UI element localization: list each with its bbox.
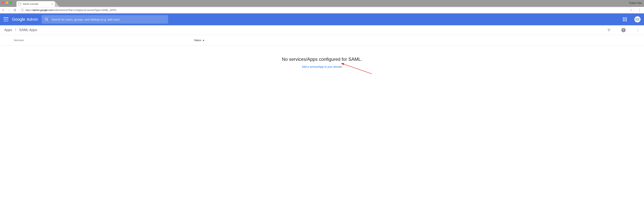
empty-state: No services/Apps configured for SAML. Ad…: [0, 46, 644, 76]
tab-favicon-icon: [18, 3, 21, 5]
account-avatar[interactable]: [634, 16, 640, 23]
search-icon: [45, 18, 48, 21]
svg-rect-3: [608, 29, 610, 29]
more-options-icon[interactable]: ⋮: [636, 28, 640, 33]
breadcrumb-current: SAML Apps: [19, 28, 37, 32]
search-input[interactable]: [52, 18, 165, 21]
help-icon[interactable]: ?: [622, 28, 626, 32]
svg-rect-4: [608, 30, 610, 30]
main-menu-button[interactable]: [4, 18, 8, 21]
filter-icon[interactable]: [607, 28, 611, 32]
nav-forward-button[interactable]: [7, 9, 11, 12]
google-logo-text: Google: [12, 17, 25, 22]
bookmark-star-icon[interactable]: ☆: [630, 8, 632, 12]
column-services[interactable]: Services: [14, 39, 194, 42]
tab-shadow: [55, 1, 60, 7]
annotation-arrow-icon: [341, 62, 374, 76]
browser-menu-button[interactable]: ⋮: [637, 8, 642, 12]
browser-tab[interactable]: Admin console ×: [16, 1, 55, 7]
chevron-right-icon: [15, 28, 16, 32]
breadcrumb-bar: Apps SAML Apps ? ⋮: [0, 25, 644, 35]
column-status[interactable]: Status ▲: [194, 39, 204, 42]
window-controls: [2, 2, 12, 4]
product-logo[interactable]: Google Admin: [12, 17, 38, 22]
add-service-link[interactable]: Add a service/App to your domain: [302, 65, 342, 68]
window-minimize-dot[interactable]: [6, 2, 8, 4]
address-bar[interactable]: i https://admin.google.com/AdminHome?fra…: [19, 8, 634, 13]
nav-reload-button[interactable]: [13, 9, 16, 12]
breadcrumb-root[interactable]: Apps: [4, 28, 12, 32]
tab-close-icon[interactable]: ×: [51, 3, 53, 5]
site-info-icon[interactable]: i: [21, 9, 24, 12]
browser-toolbar: i https://admin.google.com/AdminHome?fra…: [0, 7, 644, 14]
window-label: Flatter Files: [629, 2, 642, 5]
google-apps-icon[interactable]: [623, 18, 627, 21]
svg-line-6: [343, 64, 372, 74]
svg-rect-5: [608, 31, 610, 31]
column-status-label: Status: [194, 39, 201, 42]
svg-rect-0: [636, 18, 639, 21]
search-box[interactable]: [42, 15, 168, 24]
table-header: Services Status ▲: [0, 35, 644, 46]
empty-state-heading: No services/Apps configured for SAML.: [0, 57, 644, 62]
app-header: Google Admin: [0, 14, 644, 25]
os-titlebar: Admin console × Flatter Files: [0, 0, 644, 7]
url-text: https://admin.google.com/AdminHome?fral=…: [25, 9, 116, 12]
avatar-glyph-icon: [636, 18, 640, 21]
nav-back-button[interactable]: [2, 9, 5, 12]
tab-title: Admin console: [22, 3, 38, 5]
admin-logo-text: Admin: [27, 17, 38, 22]
window-zoom-dot[interactable]: [10, 2, 12, 4]
sort-asc-icon: ▲: [202, 39, 204, 41]
window-close-dot[interactable]: [2, 2, 4, 4]
